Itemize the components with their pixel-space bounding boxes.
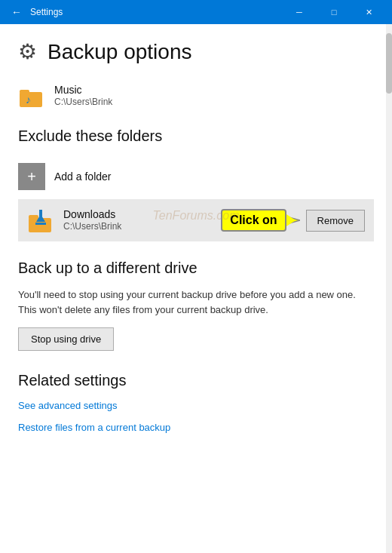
svg-rect-4: [29, 215, 38, 220]
remove-button[interactable]: Remove: [306, 210, 365, 232]
restore-files-link[interactable]: Restore files from a current backup: [18, 422, 374, 433]
downloads-item-text: Downloads C:\Users\Brink: [63, 207, 121, 233]
click-on-callout: Click on: [221, 209, 286, 232]
callout-text: Click on: [230, 214, 277, 226]
svg-rect-7: [35, 223, 46, 225]
music-folder-icon: ♪: [18, 82, 45, 109]
page-title: Backup options: [47, 40, 191, 64]
titlebar-title: Settings: [27, 7, 282, 17]
maximize-icon: □: [332, 8, 337, 17]
stop-using-drive-button[interactable]: Stop using drive: [18, 327, 114, 351]
back-button[interactable]: ←: [6, 0, 27, 24]
scrollbar-track: [386, 24, 392, 553]
close-icon: ✕: [366, 8, 372, 17]
svg-text:♪: ♪: [26, 94, 31, 106]
maximize-button[interactable]: □: [317, 0, 351, 24]
page-header: ⚙ Backup options: [18, 39, 374, 64]
backup-drive-title: Back up to a different drive: [18, 260, 374, 277]
minimize-icon: ─: [296, 8, 302, 17]
main-content: ⚙ Backup options ♪ Music C:\Users\Brink …: [0, 24, 392, 553]
downloads-excluded-item: Downloads C:\Users\Brink Click on Remove: [18, 199, 374, 241]
minimize-button[interactable]: ─: [282, 0, 317, 24]
svg-rect-6: [39, 210, 42, 217]
downloads-folder-icon: [27, 207, 54, 234]
add-folder-button[interactable]: + Add a folder: [18, 155, 374, 198]
related-settings-section: Related settings See advanced settings R…: [18, 372, 374, 433]
add-folder-label: Add a folder: [54, 171, 112, 183]
backup-drive-description: You'll need to stop using your current b…: [18, 287, 374, 317]
music-item-text: Music C:\Users\Brink: [54, 83, 112, 109]
scrollbar-thumb[interactable]: [386, 33, 392, 94]
music-item-path: C:\Users\Brink: [54, 97, 112, 109]
music-item-name: Music: [54, 83, 112, 97]
backup-drive-section: Back up to a different drive You'll need…: [18, 260, 374, 369]
music-backup-item: ♪ Music C:\Users\Brink: [18, 79, 374, 112]
close-button[interactable]: ✕: [351, 0, 386, 24]
downloads-item-name: Downloads: [63, 207, 121, 221]
downloads-item-path: C:\Users\Brink: [63, 221, 121, 233]
gear-icon: ⚙: [18, 39, 37, 64]
plus-icon: +: [18, 163, 45, 190]
back-icon: ←: [11, 6, 22, 18]
related-settings-title: Related settings: [18, 372, 374, 389]
remove-button-wrapper: Click on Remove: [221, 209, 365, 232]
svg-rect-0: [20, 92, 42, 107]
exclude-section-title: Exclude these folders: [18, 127, 374, 145]
titlebar: ← Settings ─ □ ✕: [0, 0, 392, 24]
see-advanced-settings-link[interactable]: See advanced settings: [18, 400, 374, 411]
titlebar-controls: ─ □ ✕: [282, 0, 386, 24]
